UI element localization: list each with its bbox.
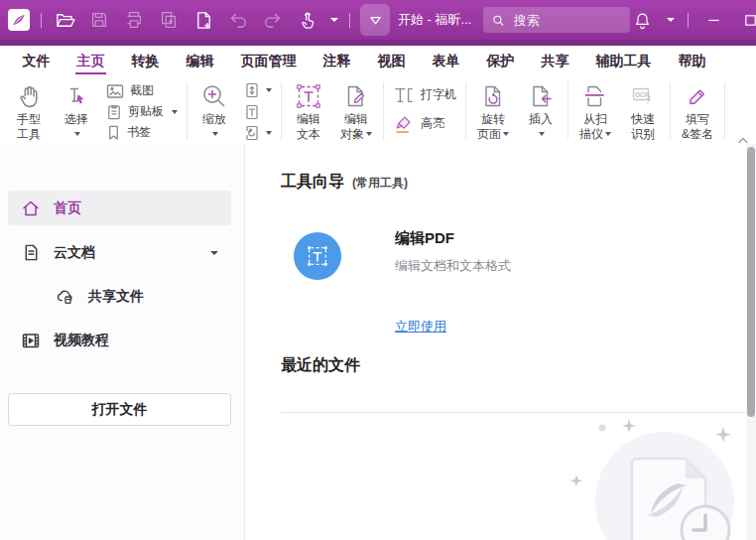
rotate-view-icon <box>244 125 260 141</box>
fit-page-button[interactable] <box>244 81 272 99</box>
ribbon-separator <box>281 82 282 139</box>
ribbon-toolbar: 手型 工具 选择 截图 剪贴板 <box>0 77 756 145</box>
menu-page-management[interactable]: 页面管理 <box>227 46 310 77</box>
sidebar-item-video-tutorials[interactable]: 视频教程 <box>8 323 231 357</box>
print-icon[interactable] <box>122 8 146 32</box>
caret-down-icon <box>266 88 272 92</box>
clipboard-icon <box>106 103 122 120</box>
insert-page-button[interactable]: 插入 <box>523 80 559 141</box>
search-icon <box>492 13 504 28</box>
menu-edit[interactable]: 编辑 <box>173 46 227 77</box>
touch-mode-caret-icon[interactable] <box>330 18 338 22</box>
menu-protect[interactable]: 保护 <box>473 46 528 77</box>
typewriter-icon <box>393 85 415 105</box>
quick-access-chevron-button[interactable] <box>360 4 390 36</box>
fill-sign-pencil-icon <box>685 80 710 112</box>
menu-help[interactable]: 帮助 <box>665 46 719 77</box>
window-title: 开始 - 福昕... <box>398 11 471 29</box>
rotate-page-button[interactable]: 旋转 页面 <box>475 80 511 141</box>
edit-pdf-card-icon <box>294 232 341 280</box>
use-now-link[interactable]: 立即使用 <box>395 318 446 336</box>
expand-caret-icon[interactable] <box>210 251 218 255</box>
bookmark-icon <box>106 124 121 141</box>
quick-ocr-button[interactable]: OCR 快速 识别 <box>625 80 661 141</box>
scanner-icon <box>582 80 608 112</box>
edit-text-button[interactable]: 编辑 文本 <box>291 80 326 141</box>
titlebar: 开始 - 福昕... <box>0 0 756 40</box>
titlebar-separator <box>41 13 42 28</box>
edit-text-icon <box>295 80 322 112</box>
edit-pdf-card-desc: 编辑文档和文本格式 <box>395 257 511 275</box>
notifications-caret-icon[interactable] <box>667 18 675 22</box>
vertical-scrollbar[interactable] <box>746 144 756 540</box>
foxit-logo-icon <box>8 9 30 31</box>
menu-home-tab[interactable]: 主页 <box>63 46 118 77</box>
search-input[interactable] <box>512 12 622 29</box>
ribbon-separator <box>670 82 671 139</box>
sidebar: 首页 云文档 共享文件 视频教程 打开文件 <box>0 144 245 540</box>
sidebar-item-cloud-docs[interactable]: 云文档 <box>8 235 231 270</box>
rotate-view-button[interactable] <box>244 124 272 142</box>
ribbon-separator <box>724 82 725 139</box>
highlight-button[interactable]: 高亮 <box>393 112 456 136</box>
zoom-tool-button[interactable]: 缩放 <box>196 80 232 141</box>
save-icon[interactable] <box>87 8 111 32</box>
maximize-button[interactable] <box>738 8 756 32</box>
open-file-icon[interactable] <box>53 8 76 32</box>
screenshot-button[interactable]: 截图 <box>106 81 178 100</box>
caret-down-icon <box>503 132 509 136</box>
open-file-button[interactable]: 打开文件 <box>8 393 231 426</box>
from-scanner-button[interactable]: 从扫 描仪 <box>577 80 613 141</box>
edit-object-icon <box>343 80 369 112</box>
menu-convert[interactable]: 转换 <box>118 46 173 77</box>
clipboard-button[interactable]: 剪贴板 <box>106 102 178 121</box>
new-document-icon[interactable] <box>191 8 215 32</box>
hand-icon <box>16 80 43 112</box>
zoom-magnifier-icon <box>200 80 228 112</box>
select-tool-button[interactable]: 选择 <box>59 80 94 141</box>
fill-sign-button[interactable]: 填写 &签名 <box>680 80 715 141</box>
menu-form[interactable]: 表单 <box>419 46 473 77</box>
caret-down-icon <box>539 132 545 136</box>
ribbon-separator <box>187 82 188 139</box>
bookmark-button[interactable]: 书签 <box>106 123 178 142</box>
hand-tool-button[interactable]: 手型 工具 <box>11 80 47 141</box>
titlebar-separator <box>688 13 689 28</box>
paste-icon[interactable] <box>157 8 181 32</box>
menu-file[interactable]: 文件 <box>9 46 63 77</box>
main-content: 工具向导 (常用工具) 编辑PDF 编辑文档和文本格式 立即使用 最近的文件 <box>246 144 746 540</box>
edit-pdf-card[interactable]: 编辑PDF 编辑文档和文本格式 <box>294 229 511 280</box>
sidebar-item-home[interactable]: 首页 <box>8 191 231 225</box>
redo-icon[interactable] <box>261 8 285 32</box>
menu-view[interactable]: 视图 <box>364 46 419 77</box>
notifications-bell-icon[interactable] <box>630 8 654 32</box>
minimize-button[interactable] <box>701 8 725 32</box>
typewriter-button[interactable]: 打字机 <box>393 83 456 107</box>
edit-object-button[interactable]: 编辑 对象 <box>338 80 374 141</box>
scrollbar-thumb[interactable] <box>747 147 755 417</box>
fit-text-button[interactable] <box>244 103 272 121</box>
empty-recent-illustration <box>564 415 746 540</box>
caret-down-icon <box>212 132 218 136</box>
rotate-page-icon <box>480 80 506 112</box>
foxit-pdf-editor-window: 开始 - 福昕... 文件 主页 转换 编辑 页面管理 <box>0 0 756 540</box>
menu-comment[interactable]: 注释 <box>310 46 364 77</box>
caret-down-icon <box>605 132 611 136</box>
select-cursor-icon <box>63 80 89 112</box>
home-icon <box>21 199 41 218</box>
search-box[interactable] <box>483 7 630 33</box>
recent-files-divider <box>281 412 746 413</box>
fit-page-icon <box>244 82 260 98</box>
menu-accessibility[interactable]: 辅助工具 <box>582 46 665 77</box>
insert-page-icon <box>528 80 554 112</box>
touch-mode-icon[interactable] <box>296 8 319 32</box>
undo-icon[interactable] <box>226 8 250 32</box>
menu-share[interactable]: 共享 <box>528 46 582 77</box>
ribbon-separator <box>383 82 384 139</box>
caret-down-icon <box>74 132 80 136</box>
svg-text:OCR: OCR <box>635 91 650 98</box>
caret-down-icon <box>266 131 272 135</box>
caret-down-icon <box>366 132 372 136</box>
recent-files-title: 最近的文件 <box>281 355 360 376</box>
sidebar-item-shared-files[interactable]: 共享文件 <box>8 279 231 314</box>
